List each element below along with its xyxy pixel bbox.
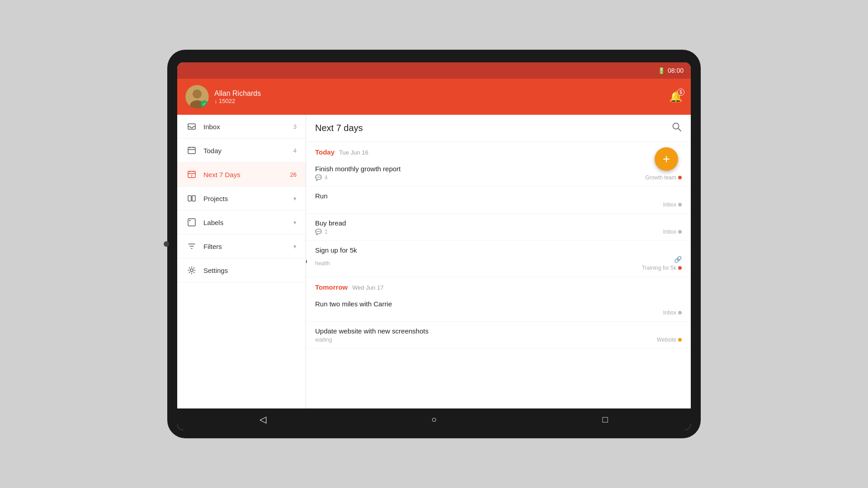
- task-title: Run: [315, 192, 682, 200]
- search-icon[interactable]: [672, 122, 682, 134]
- task-meta: waiting Website: [315, 337, 682, 343]
- task-meta: 💬 4 Growth team: [315, 174, 682, 181]
- svg-point-17: [190, 269, 193, 272]
- task-title: Finish monthly growth report: [315, 165, 682, 173]
- svg-rect-14: [192, 196, 195, 201]
- user-karma: ↓ 15022: [214, 98, 261, 104]
- task-sub-label: waiting: [315, 337, 332, 343]
- task-sub-label: health: [315, 260, 330, 267]
- project-dot: [678, 266, 682, 270]
- svg-rect-15: [188, 219, 195, 226]
- project-dot: [678, 176, 682, 179]
- back-button[interactable]: ◁: [253, 409, 273, 429]
- next7days-icon: 7: [186, 169, 197, 180]
- task-title: Update website with new screenshots: [315, 327, 682, 335]
- task-sub: 💬 1: [315, 229, 328, 235]
- sidebar-item-filters[interactable]: Filters ▾: [177, 235, 306, 258]
- task-item[interactable]: Run two miles with Carrie Inbox: [306, 295, 691, 322]
- task-project: Inbox: [663, 202, 682, 208]
- project-dot: [678, 338, 682, 342]
- sidebar-item-labels[interactable]: Labels ▾: [177, 211, 306, 235]
- sidebar-filters-label: Filters: [203, 243, 291, 250]
- sidebar-labels-label: Labels: [203, 219, 291, 226]
- today-section-header: Today Tue Jun 16: [306, 142, 691, 160]
- project-dot: [678, 311, 682, 314]
- comment-icon: 💬: [315, 174, 322, 181]
- task-sub: health: [315, 260, 330, 267]
- task-item[interactable]: Run Inbox: [306, 187, 691, 214]
- task-item[interactable]: Update website with new screenshots wait…: [306, 322, 691, 349]
- task-panel-header: Next 7 days: [306, 115, 691, 142]
- recents-button[interactable]: □: [595, 409, 615, 429]
- sidebar-item-inbox[interactable]: Inbox 3: [177, 115, 306, 139]
- sidebar: Inbox 3 Today: [177, 115, 306, 408]
- sidebar-inbox-count: 3: [293, 123, 297, 130]
- svg-point-1: [193, 89, 202, 99]
- status-time: 08:00: [668, 67, 684, 74]
- sidebar-item-settings[interactable]: Settings: [177, 258, 306, 282]
- task-project-text: Inbox: [663, 229, 676, 235]
- device: 🔋 08:00 ✓: [167, 50, 701, 438]
- tomorrow-date: Wed Jun 17: [352, 284, 383, 291]
- svg-rect-13: [188, 196, 191, 201]
- sidebar-next7days-label: Next 7 Days: [203, 171, 290, 178]
- tomorrow-section-header: Tomorrow Wed Jun 17: [306, 277, 691, 295]
- user-info: Allan Richards ↓ 15022: [214, 89, 261, 104]
- sidebar-inbox-label: Inbox: [203, 123, 293, 131]
- task-panel-title: Next 7 days: [315, 123, 672, 133]
- task-project-text: Training for 5k: [642, 265, 676, 271]
- task-comment-count: 4: [325, 174, 328, 181]
- sidebar-today-label: Today: [203, 147, 293, 155]
- side-nav-dot: [164, 241, 169, 247]
- project-dot: [678, 230, 682, 234]
- task-item[interactable]: Buy bread 💬 1 Inbox: [306, 214, 691, 241]
- task-item[interactable]: Finish monthly growth report 💬 4 Growth …: [306, 160, 691, 187]
- link-icon: 🔗: [674, 256, 682, 263]
- task-sub: waiting: [315, 337, 332, 343]
- sidebar-item-next7days[interactable]: 7 Next 7 Days 26: [177, 163, 306, 187]
- labels-icon: [186, 217, 197, 228]
- tomorrow-label: Tomorrow: [315, 283, 348, 291]
- filters-icon: [186, 241, 197, 252]
- task-sub: 💬 4: [315, 174, 328, 181]
- svg-text:7: 7: [191, 174, 193, 178]
- task-meta: health 🔗 Training for 5k: [315, 256, 682, 271]
- add-task-fab[interactable]: +: [655, 147, 678, 171]
- avatar[interactable]: ✓: [185, 85, 209, 108]
- sidebar-projects-label: Projects: [203, 195, 291, 202]
- battery-icon: 🔋: [658, 67, 665, 74]
- svg-line-19: [678, 128, 681, 131]
- task-meta: 💬 1 Inbox: [315, 229, 682, 235]
- projects-icon: [186, 193, 197, 204]
- task-title: Buy bread: [315, 219, 682, 227]
- svg-point-16: [189, 220, 191, 221]
- task-title: Run two miles with Carrie: [315, 300, 682, 308]
- task-project-text: Website: [657, 337, 676, 343]
- notification-bell[interactable]: 🔔 5: [669, 90, 683, 103]
- app-header: ✓ Allan Richards ↓ 15022 🔔 5: [177, 79, 691, 115]
- task-meta: Inbox: [315, 202, 682, 208]
- task-item[interactable]: Sign up for 5k health 🔗 Training for 5k: [306, 241, 691, 277]
- sidebar-next7days-count: 26: [290, 171, 297, 178]
- main-content: Inbox 3 Today: [177, 115, 691, 408]
- sidebar-settings-label: Settings: [203, 267, 297, 274]
- settings-icon: [186, 265, 197, 276]
- task-project: Training for 5k: [642, 265, 682, 271]
- home-button[interactable]: ○: [424, 409, 444, 429]
- task-project-text: Inbox: [663, 202, 676, 208]
- inbox-icon: [186, 121, 197, 132]
- sidebar-item-today[interactable]: Today 4: [177, 139, 306, 163]
- task-title: Sign up for 5k: [315, 246, 682, 254]
- task-meta: Inbox: [315, 310, 682, 316]
- task-title-text: Growth team: [645, 174, 676, 181]
- comment-icon: 💬: [315, 229, 322, 235]
- labels-arrow: ▾: [293, 219, 297, 226]
- task-project: Inbox: [663, 310, 682, 316]
- status-bar: 🔋 08:00: [177, 62, 691, 79]
- task-right: 🔗 Training for 5k: [642, 256, 682, 271]
- app-area: ✓ Allan Richards ↓ 15022 🔔 5: [177, 79, 691, 408]
- svg-rect-4: [188, 147, 195, 154]
- task-project: Growth team: [645, 174, 682, 181]
- sidebar-item-projects[interactable]: Projects ▾: [177, 187, 306, 211]
- today-icon: [186, 145, 197, 156]
